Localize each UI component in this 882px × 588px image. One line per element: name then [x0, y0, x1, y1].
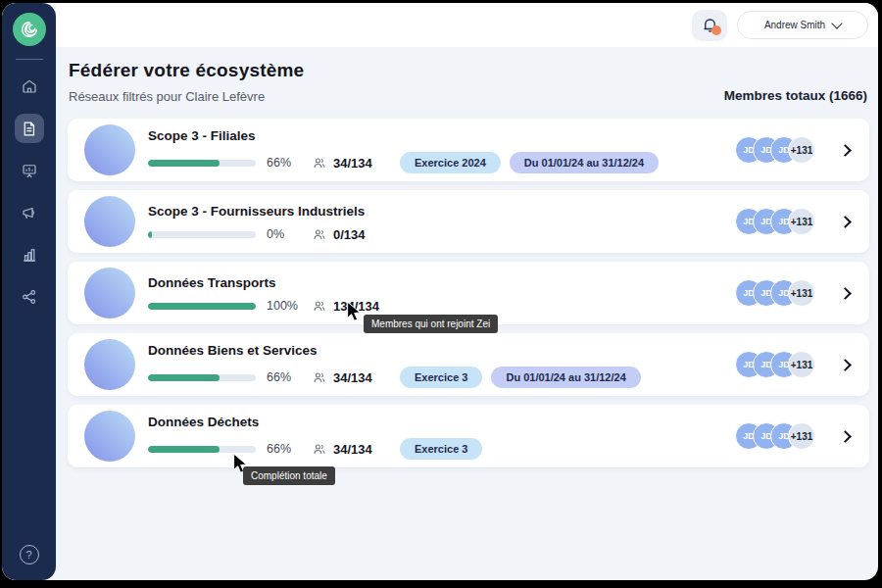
network-row[interactable]: Scope 3 - Fournisseurs Industriels 0% 0/… — [68, 190, 869, 253]
content: Fédérer votre écosystème Réseaux filtrés… — [56, 47, 878, 467]
members-icon — [312, 442, 327, 457]
notification-badge-dot — [711, 25, 721, 35]
app-logo[interactable] — [13, 13, 46, 46]
chevron-right-icon — [839, 430, 852, 443]
sidebar-item-presentation[interactable] — [15, 156, 44, 185]
progress-fill — [148, 231, 152, 238]
progress-bar — [148, 231, 256, 238]
sidebar-divider — [16, 59, 43, 60]
sidebar-item-home[interactable] — [15, 72, 44, 101]
presentation-chart-icon — [21, 162, 38, 179]
badge: Du 01/01/24 au 31/12/24 — [491, 367, 640, 388]
network-row[interactable]: Données Déchets 66% 34/134 Exercice 3 — [68, 405, 869, 467]
network-row[interactable]: Scope 3 - Filiales 66% 34/134 Exercice 2… — [68, 119, 869, 181]
network-title: Scope 3 - Filiales — [148, 128, 735, 143]
badge: Exercice 3 — [400, 367, 482, 388]
sidebar-item-network[interactable] — [15, 282, 44, 312]
chevron-right-icon — [839, 144, 852, 157]
chevron-right-icon — [839, 216, 852, 228]
home-icon — [21, 77, 38, 95]
network-title: Données Biens et Services — [148, 343, 735, 358]
spiral-logo-icon — [19, 19, 40, 40]
badge: Du 01/01/24 au 31/12/24 — [510, 152, 659, 173]
network-avatar — [84, 124, 135, 175]
more-members-badge: +131 — [788, 208, 815, 235]
chevron-right-icon — [839, 359, 852, 371]
progress-fill — [148, 374, 220, 381]
network-row[interactable]: Données Biens et Services 66% 34/134 Exe… — [68, 333, 869, 396]
network-list: Scope 3 - Filiales 66% 34/134 Exercice 2… — [68, 119, 869, 467]
members-icon — [312, 299, 327, 314]
progress-fill — [148, 160, 220, 167]
document-icon — [21, 121, 37, 137]
members-total: Membres totaux (1666) — [724, 88, 867, 104]
more-members-badge: +131 — [788, 136, 815, 164]
members-count: 34/134 — [333, 370, 384, 385]
network-title: Scope 3 - Fournisseurs Industriels — [148, 204, 735, 219]
app-window: ? Andrew Smith Fédérer votre écosystème — [2, 3, 878, 580]
member-avatars-stack[interactable]: JDJDJD+131 — [735, 422, 815, 450]
main-area: Andrew Smith Fédérer votre écosystème Ré… — [56, 3, 878, 580]
chevron-down-icon — [831, 18, 842, 28]
topbar: Andrew Smith — [56, 3, 878, 47]
sidebar-item-statistics[interactable] — [15, 240, 44, 270]
help-button[interactable]: ? — [20, 545, 39, 564]
progress-percentage: 0% — [267, 227, 312, 241]
members-count: 34/134 — [333, 442, 384, 457]
chevron-right-icon — [839, 287, 852, 300]
network-avatar — [84, 268, 135, 318]
sidebar-item-documents[interactable] — [15, 114, 44, 143]
members-count: 34/134 — [333, 156, 384, 171]
members-icon — [312, 156, 327, 171]
megaphone-icon — [21, 204, 38, 221]
members-icon — [312, 370, 327, 385]
more-members-badge: +131 — [788, 351, 815, 378]
progress-bar — [148, 374, 256, 381]
network-title: Données Déchets — [148, 415, 735, 429]
badge-group: Exercice 2024Du 01/01/24 au 31/12/24 — [400, 152, 659, 173]
page-header: Fédérer votre écosystème Réseaux filtrés… — [68, 60, 869, 104]
user-menu[interactable]: Andrew Smith — [737, 11, 868, 39]
progress-fill — [148, 303, 256, 310]
notifications-button[interactable] — [692, 10, 727, 41]
network-row[interactable]: Données Transports 100% 134/134 JDJDJ — [68, 262, 869, 324]
progress-bar — [148, 303, 256, 310]
more-members-badge: +131 — [788, 422, 815, 450]
network-avatar — [84, 339, 135, 390]
badge-group: Exercice 3 — [400, 438, 482, 460]
sidebar: ? — [2, 3, 56, 580]
progress-bar — [148, 446, 256, 453]
network-avatar — [84, 411, 135, 462]
members-count: 0/134 — [333, 227, 384, 242]
members-icon — [312, 227, 327, 242]
member-avatars-stack[interactable]: JDJDJD+131 — [735, 208, 815, 235]
network-avatar — [84, 196, 135, 247]
bar-chart-icon — [21, 246, 38, 264]
badge: Exercice 3 — [400, 438, 482, 460]
help-label: ? — [25, 549, 31, 561]
more-members-badge: +131 — [788, 279, 815, 307]
page-subtitle: Réseaux filtrés pour Claire Lefèvre — [69, 89, 304, 104]
badge: Exercice 2024 — [400, 152, 501, 173]
member-avatars-stack[interactable]: JDJDJD+131 — [735, 279, 815, 307]
member-avatars-stack[interactable]: JDJDJD+131 — [735, 136, 815, 164]
progress-percentage: 66% — [267, 370, 312, 384]
sidebar-item-announcements[interactable] — [15, 198, 44, 227]
members-count: 134/134 — [333, 299, 384, 314]
network-share-icon — [21, 288, 38, 306]
progress-fill — [148, 446, 220, 453]
member-avatars-stack[interactable]: JDJDJD+131 — [735, 351, 815, 378]
sidebar-nav — [15, 72, 44, 312]
badge-group: Exercice 3Du 01/01/24 au 31/12/24 — [400, 367, 641, 388]
progress-percentage: 66% — [267, 156, 312, 170]
progress-percentage: 66% — [267, 442, 312, 456]
user-name: Andrew Smith — [764, 20, 825, 30]
progress-bar — [148, 160, 256, 167]
progress-percentage: 100% — [267, 299, 312, 313]
network-title: Données Transports — [148, 275, 735, 290]
page-title: Fédérer votre écosystème — [69, 60, 304, 81]
